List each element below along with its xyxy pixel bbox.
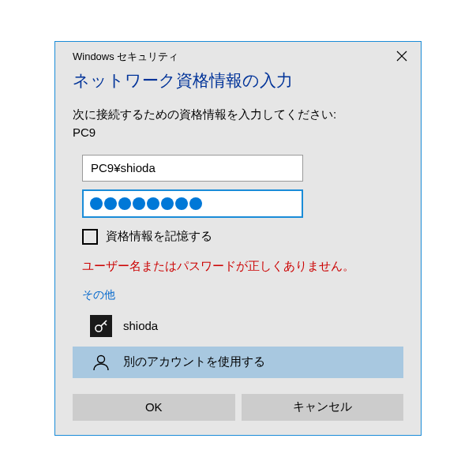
cancel-button[interactable]: キャンセル <box>242 394 404 421</box>
user-icon <box>90 351 112 373</box>
username-input[interactable] <box>82 155 303 182</box>
titlebar: Windows セキュリティ <box>55 42 421 68</box>
password-dot <box>90 197 103 210</box>
password-dot <box>147 197 159 210</box>
password-input[interactable] <box>82 189 303 218</box>
error-message: ユーザー名またはパスワードが正しくありません。 <box>55 259 421 288</box>
ok-button[interactable]: OK <box>73 394 235 421</box>
instruction-text: 次に接続するための資格情報を入力してください: <box>55 106 421 126</box>
credential-label: shioda <box>123 319 158 332</box>
target-name: PC9 <box>55 126 421 155</box>
remember-checkbox[interactable] <box>82 229 98 245</box>
svg-point-2 <box>96 325 102 332</box>
credential-option[interactable]: 別のアカウントを使用する <box>73 347 403 378</box>
password-dot <box>133 197 145 210</box>
window-title: Windows セキュリティ <box>73 50 392 64</box>
password-dot <box>104 197 117 210</box>
credential-option[interactable]: shioda <box>82 310 403 342</box>
remember-label: 資格情報を記憶する <box>106 229 212 244</box>
password-dot <box>118 197 131 210</box>
password-dot <box>189 197 202 210</box>
svg-line-4 <box>104 323 107 325</box>
dialog-heading: ネットワーク資格情報の入力 <box>55 68 421 106</box>
password-dot <box>175 197 188 210</box>
password-dot <box>161 197 174 210</box>
close-icon[interactable] <box>392 50 411 65</box>
credential-dialog: Windows セキュリティ ネットワーク資格情報の入力 次に接続するための資格… <box>54 41 422 436</box>
svg-point-5 <box>98 355 105 362</box>
more-options-label: その他 <box>55 288 421 310</box>
key-icon <box>90 315 112 337</box>
credential-label: 別のアカウントを使用する <box>123 354 265 369</box>
